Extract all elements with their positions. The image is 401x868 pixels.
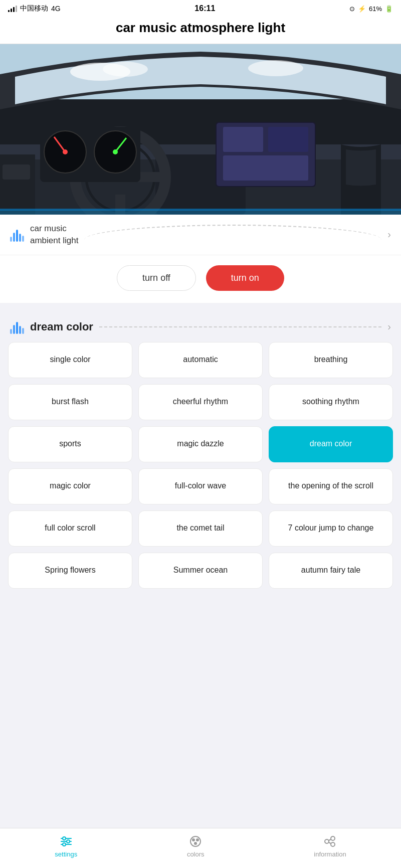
svg-point-41 <box>194 842 197 845</box>
car-card: car musicambient light › turn off turn o… <box>0 44 401 303</box>
svg-line-46 <box>329 842 331 843</box>
carrier-label: 中国移动 <box>20 4 48 13</box>
mode-btn-spring-flowers[interactable]: Spring flowers <box>8 553 132 589</box>
svg-point-43 <box>331 836 335 840</box>
turn-off-button[interactable]: turn off <box>117 265 196 291</box>
information-icon <box>323 834 337 848</box>
mode-btn-single-color[interactable]: single color <box>8 342 132 378</box>
svg-point-44 <box>331 842 335 846</box>
nav-label-information: information <box>314 850 346 858</box>
svg-point-4 <box>103 62 148 77</box>
dream-chevron-icon[interactable]: › <box>387 321 391 332</box>
dream-section: dream color › single colorautomaticbreat… <box>0 311 401 639</box>
mode-btn-magic-color[interactable]: magic color <box>8 468 132 504</box>
dream-dashed-decoration <box>99 326 381 327</box>
svg-rect-13 <box>223 155 308 181</box>
mode-btn-dream-color[interactable]: dream color <box>269 426 393 462</box>
svg-point-39 <box>192 838 195 841</box>
dream-header-left: dream color <box>10 320 93 334</box>
mode-btn-magic-dazzle[interactable]: magic dazzle <box>138 426 263 462</box>
mode-btn-cheerful-rhythm[interactable]: cheerful rhythm <box>138 384 263 420</box>
svg-point-37 <box>63 843 66 846</box>
svg-point-5 <box>248 60 303 76</box>
svg-line-45 <box>329 839 331 840</box>
svg-point-35 <box>63 837 66 840</box>
nav-item-colors[interactable]: colors <box>187 834 205 858</box>
svg-point-27 <box>113 149 118 154</box>
turn-on-button[interactable]: turn on <box>206 265 284 291</box>
mode-btn-full-color-scroll[interactable]: full color scroll <box>8 510 132 547</box>
location-icon: ⊙ <box>349 5 355 13</box>
button-row: turn off turn on <box>0 255 401 303</box>
signal-icon <box>8 5 17 12</box>
svg-point-42 <box>325 839 329 843</box>
nav-label-colors: colors <box>187 850 205 858</box>
chevron-right-icon[interactable]: › <box>387 229 391 240</box>
car-info-text: car musicambient light <box>30 223 78 247</box>
dream-title: dream color <box>30 320 93 333</box>
mode-btn-burst-flash[interactable]: burst flash <box>8 384 132 420</box>
mode-btn-autumn-fairy[interactable]: autumn fairy tale <box>269 553 393 589</box>
svg-point-25 <box>63 149 68 154</box>
svg-rect-12 <box>268 127 308 152</box>
nav-item-settings[interactable]: settings <box>55 834 77 858</box>
dream-waveform-icon <box>10 320 24 334</box>
settings-icon <box>59 834 73 848</box>
status-right: ⊙ ⚡ 61% 🔋 <box>349 5 393 13</box>
dream-header: dream color › <box>0 311 401 342</box>
mode-btn-7-colour-jump[interactable]: 7 colour jump to change <box>269 510 393 547</box>
battery-icon: 🔋 <box>385 5 393 13</box>
time-label: 16:11 <box>194 4 215 13</box>
dashed-curve-decoration <box>84 225 381 240</box>
mode-btn-summer-ocean[interactable]: Summer ocean <box>138 553 263 589</box>
battery-label: 61% <box>369 5 382 13</box>
mode-grid: single colorautomaticbreathingburst flas… <box>0 342 401 589</box>
svg-rect-29 <box>3 164 30 180</box>
mode-btn-automatic[interactable]: automatic <box>138 342 263 378</box>
mode-btn-full-color-wave[interactable]: full-color wave <box>138 468 263 504</box>
status-left: 中国移动 4G <box>8 4 61 13</box>
mode-btn-sports[interactable]: sports <box>8 426 132 462</box>
mode-btn-comet-tail[interactable]: the comet tail <box>138 510 263 547</box>
svg-rect-11 <box>223 127 263 152</box>
waveform-icon <box>10 228 24 242</box>
svg-rect-31 <box>0 209 401 211</box>
network-label: 4G <box>51 5 61 13</box>
nav-label-settings: settings <box>55 850 77 858</box>
bluetooth-icon: ⚡ <box>358 5 366 13</box>
svg-point-36 <box>67 840 70 843</box>
page-title: car music atmosphere light <box>0 15 401 44</box>
car-info-row: car musicambient light › <box>0 215 401 255</box>
car-info-left: car musicambient light <box>10 223 78 247</box>
car-image <box>0 44 401 215</box>
mode-btn-soothing-rhythm[interactable]: soothing rhythm <box>269 384 393 420</box>
svg-rect-28 <box>0 154 35 215</box>
bottom-nav: settings colors information <box>0 828 401 868</box>
nav-item-information[interactable]: information <box>314 834 346 858</box>
mode-btn-breathing[interactable]: breathing <box>269 342 393 378</box>
svg-point-40 <box>196 838 199 841</box>
mode-btn-opening-scroll[interactable]: the opening of the scroll <box>269 468 393 504</box>
colors-icon <box>188 834 203 848</box>
status-bar: 中国移动 4G 16:11 ⊙ ⚡ 61% 🔋 <box>0 0 401 15</box>
